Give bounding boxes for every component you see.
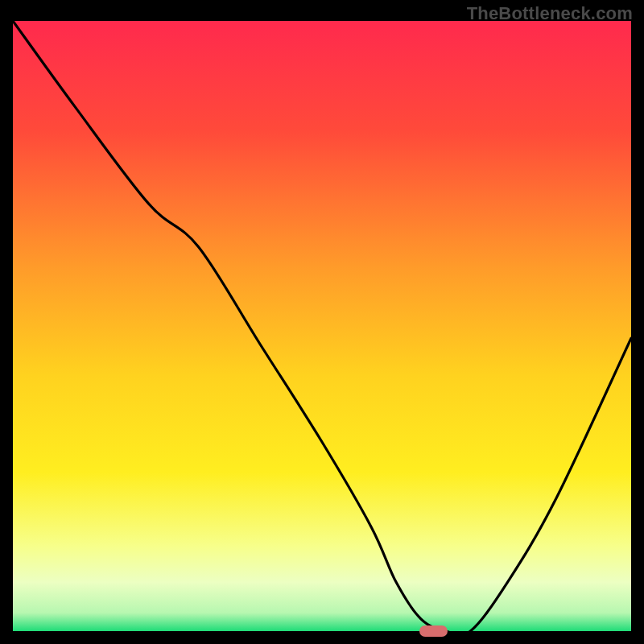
chart-frame: TheBottleneck.com xyxy=(0,0,644,644)
optimal-point-marker xyxy=(419,625,448,637)
bottleneck-chart xyxy=(13,21,631,631)
plot-area xyxy=(13,21,631,631)
watermark-text: TheBottleneck.com xyxy=(467,3,633,24)
gradient-background xyxy=(13,21,631,631)
